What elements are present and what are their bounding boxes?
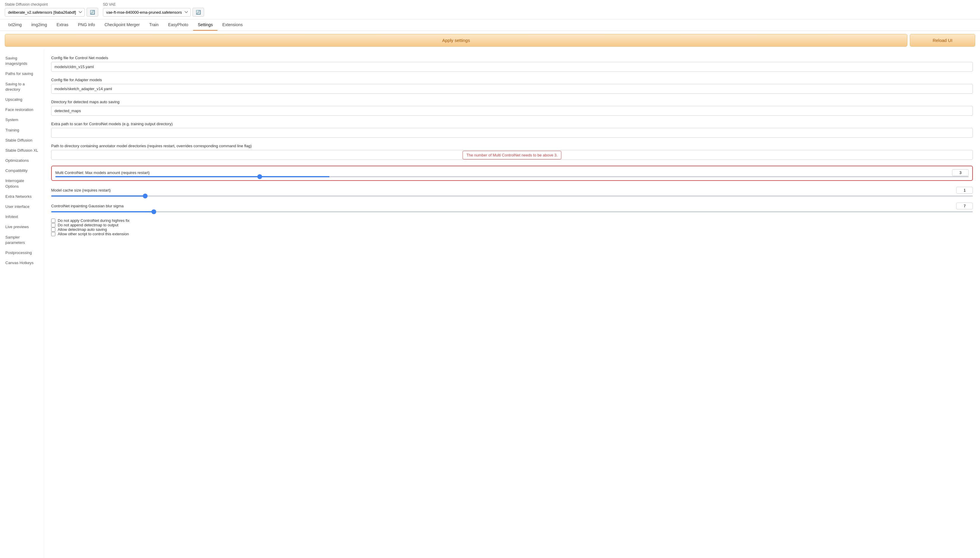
checkpoint-group: Stable Diffusion checkpoint deliberate_v…: [5, 2, 98, 16]
sidebar-item-saving_images[interactable]: Saving images/grids: [2, 53, 41, 69]
apply-settings-button[interactable]: Apply settings: [5, 34, 908, 47]
sidebar-item-system[interactable]: System: [2, 115, 41, 125]
reload-ui-button[interactable]: Reload UI: [910, 34, 975, 47]
checkbox-row-allow_detectmap_autosave: Allow detectmap auto saving: [51, 227, 973, 232]
multi-controlnet-slider-container: [55, 176, 969, 177]
nav-tab-img2img[interactable]: img2img: [26, 19, 52, 31]
checkbox-label-no_controlnet_hires: Do not apply ControlNet during highres f…: [58, 218, 130, 223]
detected-maps-label: Directory for detected maps auto saving: [51, 100, 973, 104]
sidebar-item-postprocessing[interactable]: Postprocessing: [2, 248, 41, 258]
top-bar: Stable Diffusion checkpoint deliberate_v…: [0, 0, 980, 19]
sidebar-item-face_restoration[interactable]: Face restoration: [2, 105, 41, 115]
main-layout: Saving images/gridsPaths for savingSavin…: [0, 50, 980, 558]
sidebar-item-infotext[interactable]: Infotext: [2, 212, 41, 222]
sidebar-item-paths_saving[interactable]: Paths for saving: [2, 69, 41, 79]
nav-tab-easyphoto[interactable]: EasyPhoto: [163, 19, 193, 31]
gaussian-blur-value[interactable]: [956, 203, 973, 209]
adapter-config-input[interactable]: [51, 84, 973, 94]
model-cache-header: Model cache size (requires restart): [51, 187, 973, 194]
sidebar-item-interrogate_options[interactable]: Interrogate Options: [2, 176, 41, 191]
adapter-config-label: Config file for Adapter models: [51, 78, 973, 82]
checkbox-no_controlnet_hires[interactable]: [51, 218, 55, 223]
sidebar-item-user_interface[interactable]: User interface: [2, 202, 41, 212]
gaussian-blur-label: ControlNet inpainting Gaussian blur sigm…: [51, 204, 124, 208]
checkboxes-container: Do not apply ControlNet during highres f…: [51, 218, 973, 236]
extra-path-input[interactable]: [51, 128, 973, 138]
sidebar: Saving images/gridsPaths for savingSavin…: [0, 50, 44, 558]
checkpoint-refresh-button[interactable]: 🔄: [87, 8, 98, 16]
annotator-dir-field-wrapper: The number of Multi ControlNet needs to …: [51, 150, 973, 160]
checkbox-allow_other_script[interactable]: [51, 232, 55, 236]
extra-path-group: Extra path to scan for ControlNet models…: [51, 121, 973, 138]
model-cache-slider[interactable]: [51, 195, 973, 197]
vae-select-wrapper: vae-ft-mse-840000-ema-pruned.safetensors…: [103, 8, 204, 16]
controlnet-config-label: Config file for Control Net models: [51, 56, 973, 60]
content-area: Config file for Control Net models Confi…: [44, 50, 980, 558]
error-overlay: The number of Multi ControlNet needs to …: [463, 153, 561, 158]
detected-maps-group: Directory for detected maps auto saving: [51, 100, 973, 116]
sidebar-item-live_previews[interactable]: Live previews: [2, 222, 41, 232]
checkbox-row-no_controlnet_hires: Do not apply ControlNet during highres f…: [51, 218, 973, 223]
settings-section: Config file for Control Net models Confi…: [51, 56, 973, 236]
sidebar-item-stable_diffusion_xl[interactable]: Stable Diffusion XL: [2, 146, 41, 156]
checkpoint-select-wrapper: deliberate_v2.safetensors [9aba26abdf] 🔄: [5, 8, 98, 16]
nav-tab-txt2img[interactable]: txt2img: [3, 19, 26, 31]
gaussian-blur-slider[interactable]: [51, 211, 973, 212]
checkbox-allow_detectmap_autosave[interactable]: [51, 228, 55, 232]
gaussian-blur-header: ControlNet inpainting Gaussian blur sigm…: [51, 203, 973, 209]
checkbox-label-allow_other_script: Allow other script to control this exten…: [58, 232, 129, 236]
multi-controlnet-slider[interactable]: [55, 176, 969, 177]
gaussian-blur-group: ControlNet inpainting Gaussian blur sigm…: [51, 203, 973, 212]
gaussian-blur-slider-container: [51, 211, 973, 212]
nav-tab-png_info[interactable]: PNG Info: [73, 19, 100, 31]
multi-controlnet-group: Multi ControlNet: Max models amount (req…: [51, 166, 973, 181]
sidebar-item-saving_directory[interactable]: Saving to a directory: [2, 79, 41, 95]
error-message: The number of Multi ControlNet needs to …: [463, 151, 561, 159]
nav-tab-extras[interactable]: Extras: [52, 19, 73, 31]
model-cache-value[interactable]: [956, 187, 973, 194]
checkpoint-select[interactable]: deliberate_v2.safetensors [9aba26abdf]: [5, 8, 85, 16]
checkbox-label-allow_detectmap_autosave: Allow detectmap auto saving: [58, 227, 107, 232]
controlnet-config-group: Config file for Control Net models: [51, 56, 973, 72]
nav-tabs: txt2imgimg2imgExtrasPNG InfoCheckpoint M…: [0, 19, 980, 31]
sidebar-item-optimizations[interactable]: Optimizations: [2, 156, 41, 166]
sidebar-item-compatibility[interactable]: Compatibility: [2, 166, 41, 176]
nav-tab-settings[interactable]: Settings: [193, 19, 218, 31]
sidebar-item-upscaling[interactable]: Upscaling: [2, 95, 41, 105]
sidebar-item-extra_networks[interactable]: Extra Networks: [2, 192, 41, 202]
model-cache-label: Model cache size (requires restart): [51, 188, 111, 192]
extra-path-label: Extra path to scan for ControlNet models…: [51, 121, 973, 126]
vae-refresh-button[interactable]: 🔄: [192, 8, 204, 16]
controlnet-config-input[interactable]: [51, 62, 973, 72]
checkbox-row-allow_other_script: Allow other script to control this exten…: [51, 232, 973, 236]
detected-maps-input[interactable]: [51, 106, 973, 116]
sidebar-item-sampler_parameters[interactable]: Sampler parameters: [2, 232, 41, 248]
checkbox-label-no_append_detectmap: Do not append detectmap to output: [58, 223, 118, 227]
checkbox-no_append_detectmap[interactable]: [51, 223, 55, 227]
vae-group: SD VAE vae-ft-mse-840000-ema-pruned.safe…: [103, 2, 204, 16]
annotator-dir-label: Path to directory containing annotator m…: [51, 144, 973, 148]
vae-select[interactable]: vae-ft-mse-840000-ema-pruned.safetensors: [103, 8, 191, 16]
model-cache-slider-container: [51, 195, 973, 197]
sidebar-item-training[interactable]: Training: [2, 125, 41, 135]
action-bar: Apply settings Reload UI: [0, 31, 980, 50]
adapter-config-group: Config file for Adapter models: [51, 78, 973, 94]
nav-tab-extensions[interactable]: Extensions: [217, 19, 247, 31]
annotator-dir-group: Path to directory containing annotator m…: [51, 144, 973, 160]
sidebar-item-canvas_hotkeys[interactable]: Canvas Hotkeys: [2, 258, 41, 268]
nav-tab-train[interactable]: Train: [144, 19, 163, 31]
checkpoint-label: Stable Diffusion checkpoint: [5, 2, 98, 7]
sidebar-item-stable_diffusion[interactable]: Stable Diffusion: [2, 135, 41, 146]
nav-tab-checkpoint_merger[interactable]: Checkpoint Merger: [100, 19, 144, 31]
model-cache-group: Model cache size (requires restart): [51, 187, 973, 197]
checkbox-row-no_append_detectmap: Do not append detectmap to output: [51, 223, 973, 227]
vae-label: SD VAE: [103, 2, 204, 7]
